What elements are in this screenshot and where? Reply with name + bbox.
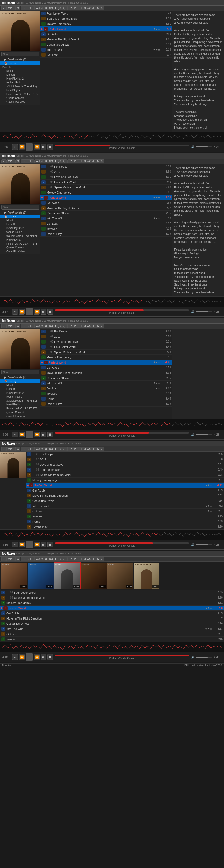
t3-album[interactable]: A JOYFUL NOISE (2013): [34, 324, 67, 328]
s3-quicksearch[interactable]: #QuickSearch (The Kinks): [0, 399, 40, 403]
sidebar-new-playlist[interactable]: New Playlist: [0, 88, 40, 92]
s2-quicksearch[interactable]: #QuickSearch (The Kinks): [0, 234, 40, 238]
t4-album[interactable]: A JOYFUL NOISE (2013): [34, 447, 67, 451]
sidebar-new-playlist-2[interactable]: New Playlist (2): [0, 77, 40, 81]
track-item[interactable]: ♪I Won't Play3:19: [40, 401, 172, 406]
progress-bar-3[interactable]: [55, 432, 189, 434]
s2-new-playlist-2[interactable]: New Playlist (2): [0, 226, 40, 230]
waveform-svg[interactable]: [2, 133, 222, 141]
track-item[interactable]: ♪Casualties Of War4:16: [40, 211, 172, 216]
t2-g[interactable]: G: [15, 159, 21, 163]
track-item[interactable]: ♪I Won't Play3:19: [40, 231, 172, 237]
stop-button[interactable]: ⏹: [48, 144, 53, 150]
rew-btn-5[interactable]: ⏪: [19, 654, 25, 660]
track-item[interactable]: ♪0220123:50: [40, 169, 172, 175]
s3-queue[interactable]: Queue Content: [0, 410, 40, 414]
track-item[interactable]: ♪04Four Letter Word3:49: [40, 180, 172, 185]
t3-g[interactable]: G: [15, 324, 21, 328]
track-item[interactable]: ♪04Four Letter Word3:49: [0, 590, 224, 595]
t5-mp3[interactable]: MP3: [6, 557, 15, 561]
s3-mood[interactable]: Mood: [0, 383, 40, 387]
t4-gossip[interactable]: GOSSIP: [21, 447, 34, 451]
track-item[interactable]: ♪Involved4:15: [0, 637, 224, 642]
play-pause-button[interactable]: ⏸: [26, 143, 33, 151]
track-item[interactable]: ♪04Four Letter Word3:49: [40, 344, 172, 349]
toolbar-mp3[interactable]: MP3: [6, 6, 15, 10]
s2-new-playlist[interactable]: New Playlist: [0, 238, 40, 242]
track-item[interactable]: ♪ Spare Me from the Mold 2:28: [40, 16, 172, 21]
sidebar-library[interactable]: 📚 Library: [0, 61, 40, 65]
track-item[interactable]: ♪Into The Wild★★★3:13: [40, 216, 172, 221]
s3-autoplaylists[interactable]: ▶AutoPlaylists (2): [0, 375, 40, 379]
track-item[interactable]: ♪Melody Emergency3:51: [0, 600, 224, 606]
prev-btn-3[interactable]: ⏮: [12, 432, 18, 437]
waveform-svg-4[interactable]: [2, 531, 222, 539]
toolbar-album[interactable]: A JOYFUL NOISE (2012): [34, 6, 67, 10]
track-item[interactable]: ♪Get Lost★★4:07: [26, 508, 224, 514]
next-btn-4[interactable]: ⏭: [41, 542, 47, 548]
toolbar-gossip[interactable]: GOSSIP: [21, 6, 34, 10]
track-item[interactable]: ♪Melody Emergency3:51: [26, 477, 224, 483]
mini-album-1[interactable]: GOSSIP 2001: [1, 563, 27, 589]
track-item[interactable]: ♪ Move In The Right Directi... 4:01: [40, 37, 172, 42]
volume-bar-2[interactable]: [196, 311, 212, 312]
track-item[interactable]: ♪Into The Wild★★★3:13: [26, 503, 224, 508]
prev-btn-5[interactable]: ⏮: [12, 654, 18, 660]
track-item[interactable]: ♪Involved4:15: [26, 514, 224, 519]
sidebar-foobar-radio[interactable]: foobar_Radio: [0, 81, 40, 85]
stop-btn-5[interactable]: ⏹: [48, 654, 53, 660]
track-item[interactable]: ♪03Love and Let Love3:31: [40, 339, 172, 344]
track-item[interactable]: ♪ Get Lost 4:07: [40, 52, 172, 58]
volume-bar-1[interactable]: [196, 146, 212, 148]
track-item[interactable]: ♪Horns3:45: [40, 396, 172, 401]
sidebar-folder-various[interactable]: Folder VARIOUS ARTISTS: [0, 92, 40, 96]
track-item[interactable]: ♪Move In The Right Direction3:32: [26, 493, 224, 498]
play-pause-btn-2[interactable]: ⏸: [26, 308, 33, 315]
waveform-svg-3[interactable]: [2, 421, 222, 429]
track-item[interactable]: ♪01For Keeps4:06: [40, 164, 172, 169]
t2-gossip[interactable]: GOSSIP: [21, 159, 34, 163]
rew-button[interactable]: ⏪: [19, 144, 25, 150]
toolbar-track[interactable]: 02 - PERFECT WORLD.MP3: [67, 6, 104, 10]
track-item[interactable]: ♪05Spare Me from the Mold2:28: [40, 349, 172, 355]
stop-btn-2[interactable]: ⏹: [48, 309, 53, 315]
track-item-playing-4[interactable]: ▶♪Perfect World★★★-1:11: [26, 483, 224, 488]
s2-foobar-radio[interactable]: foobar_Radio: [0, 230, 40, 234]
track-item[interactable]: ♪Involved4:15: [40, 391, 172, 396]
fwd-button[interactable]: ⏩: [34, 144, 40, 150]
prev-btn-2[interactable]: ⏮: [12, 309, 18, 315]
t4-mp3[interactable]: MP3: [6, 447, 15, 451]
t4-num[interactable]: 2: [1, 447, 6, 451]
track-item[interactable]: ♪04Four Letter Word3:49: [26, 467, 224, 472]
sidebar-quicksearch[interactable]: #QuickSearch (The Kinks): [0, 85, 40, 88]
t4-g[interactable]: G: [15, 447, 21, 451]
track-item[interactable]: ♪Casualties Of War4:16: [40, 375, 172, 381]
t2-mp3[interactable]: MP3: [6, 159, 15, 163]
track-item[interactable]: ♪Melody Emergency3:51: [40, 355, 172, 360]
track-item[interactable]: ♪03Love and Let Love3:31: [40, 175, 172, 180]
progress-bar-2[interactable]: [55, 309, 189, 311]
volume-bar-3[interactable]: [196, 434, 212, 435]
fwd-btn-3[interactable]: ⏩: [34, 432, 40, 437]
track-item[interactable]: ♪01For Keeps4:06: [26, 452, 224, 457]
sidebar-coverflow[interactable]: CoverFlow View: [0, 100, 40, 104]
track-item[interactable]: ♪ Four Letter Word 3:49: [40, 11, 172, 16]
track-item[interactable]: ♪ Get A Job 4:59: [40, 32, 172, 37]
track-item-playing[interactable]: ▶♪Perfect World★★★-2:38: [40, 195, 172, 200]
t4-track[interactable]: 02 - PERFECT WORLD.MP3: [67, 447, 104, 451]
fwd-btn-4[interactable]: ⏩: [34, 542, 40, 548]
fwd-btn-2[interactable]: ⏩: [34, 309, 40, 315]
t2-track[interactable]: 02 - PERFECT WORLD.MP3: [67, 159, 104, 163]
search-input-1[interactable]: [1, 52, 39, 57]
track-item[interactable]: ♪Into The Wild★★★3:13: [40, 381, 172, 386]
mini-album-2[interactable]: GOSSIP 2004: [28, 563, 54, 589]
mini-album-5[interactable]: GOSSIP 2010: [107, 563, 133, 589]
progress-bar-5[interactable]: [55, 655, 189, 656]
track-item[interactable]: ♪05Spare Me from the Mold2:28: [0, 595, 224, 600]
sidebar-queue[interactable]: Queue Content: [0, 96, 40, 100]
s3-new-playlist[interactable]: New Playlist: [0, 403, 40, 406]
t3-gossip[interactable]: GOSSIP: [21, 324, 34, 328]
s3-default[interactable]: Default: [0, 387, 40, 391]
sidebar-autoplaylists[interactable]: ▶ AutoPlaylists (2): [0, 58, 40, 61]
play-pause-btn-5[interactable]: ⏸: [26, 653, 33, 661]
